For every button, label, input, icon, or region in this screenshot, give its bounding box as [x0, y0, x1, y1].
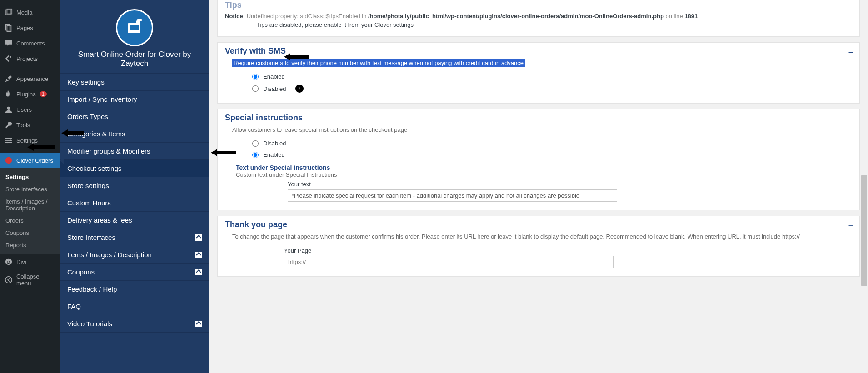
- external-link-icon: [195, 252, 202, 258]
- plugins-badge: 1: [40, 91, 47, 97]
- svg-point-18: [137, 19, 142, 21]
- pnav-delivery[interactable]: Delivery areas & fees: [60, 212, 209, 229]
- nav-divi-label: Divi: [16, 259, 26, 265]
- nav-appearance[interactable]: Appearance: [0, 71, 60, 86]
- info-icon[interactable]: i: [295, 85, 304, 93]
- thank-desc: To change the page that appears when the…: [225, 230, 852, 244]
- pnav-import[interactable]: Import / Sync inventory: [60, 91, 209, 108]
- thank-title: Thank you page: [225, 220, 852, 229]
- special-sub-desc: Custom text under Special Instructions: [225, 171, 852, 178]
- pnav-items-images[interactable]: Items / Images / Description: [60, 246, 209, 264]
- inner-scrollbar[interactable]: [860, 0, 868, 373]
- pnav-key-settings[interactable]: Key settings: [60, 74, 209, 91]
- arrow-annotation: [284, 53, 309, 61]
- external-link-icon: [195, 234, 202, 241]
- sub-store-interfaces[interactable]: Store Interfaces: [0, 183, 60, 195]
- arrow-annotation: [211, 149, 236, 157]
- collapse-icon: [5, 276, 13, 284]
- clover-submenu: Settings Store Interfaces Items / Images…: [0, 168, 60, 254]
- tools-icon: [5, 121, 13, 129]
- sms-enabled-row[interactable]: Enabled: [225, 71, 852, 82]
- pnav-modifiers[interactable]: Modifier groups & Modifiers: [60, 143, 209, 160]
- nav-projects[interactable]: Projects: [0, 51, 60, 66]
- svg-point-15: [5, 277, 12, 283]
- sub-items-images[interactable]: Items / Images / Description: [0, 195, 60, 214]
- sms-disabled-radio[interactable]: [252, 85, 259, 92]
- pnav-store-interfaces[interactable]: Store Interfaces: [60, 229, 209, 246]
- svg-marker-19: [61, 129, 84, 137]
- pnav-video[interactable]: Video Tutorials: [60, 315, 209, 333]
- plugin-sidebar: Smart Online Order for Clover by Zaytech…: [60, 0, 209, 373]
- nav-plugins[interactable]: Plugins1: [0, 86, 60, 102]
- special-desc: Allow customers to leave special instruc…: [225, 124, 852, 138]
- php-notice: Notice: Undefined property: stdClass::$t…: [225, 11, 852, 21]
- svg-marker-21: [211, 149, 236, 156]
- nav-media[interactable]: Media: [0, 5, 60, 20]
- nav-comments-label: Comments: [16, 40, 45, 47]
- special-enabled-radio[interactable]: [252, 152, 259, 158]
- nav-projects-label: Projects: [16, 55, 38, 62]
- nav-tools[interactable]: Tools: [0, 117, 60, 133]
- pages-icon: [5, 24, 13, 32]
- svg-marker-22: [284, 53, 309, 60]
- nav-users-label: Users: [16, 106, 32, 113]
- nav-divi[interactable]: DDivi: [0, 254, 60, 269]
- svg-point-11: [7, 142, 9, 144]
- special-disabled-radio[interactable]: [252, 140, 259, 147]
- svg-point-5: [7, 107, 10, 110]
- appearance-icon: [5, 75, 13, 83]
- nav-comments[interactable]: Comments: [0, 35, 60, 51]
- thank-page-input[interactable]: [284, 256, 614, 268]
- pnav-faq[interactable]: FAQ: [60, 298, 209, 315]
- special-disabled-row[interactable]: Disabled: [225, 138, 852, 149]
- nav-appearance-label: Appearance: [16, 75, 48, 82]
- thank-you-panel: Thank you page – To change the page that…: [217, 216, 860, 277]
- svg-marker-20: [27, 144, 55, 151]
- pnav-checkout[interactable]: Checkout settings: [60, 160, 209, 177]
- special-enabled-row[interactable]: Enabled: [225, 149, 852, 160]
- tips-panel: Tips Notice: Undefined property: stdClas…: [217, 0, 860, 37]
- nav-media-label: Media: [16, 9, 32, 16]
- svg-point-12: [5, 157, 12, 164]
- pnav-coupons[interactable]: Coupons: [60, 264, 209, 281]
- collapse-toggle[interactable]: –: [848, 114, 853, 124]
- arrow-annotation: [27, 143, 55, 151]
- arrow-annotation: [61, 129, 84, 137]
- nav-collapse[interactable]: Collapse menu: [0, 269, 60, 290]
- nav-clover-orders[interactable]: Clover Orders: [0, 153, 60, 168]
- divi-icon: D: [5, 258, 13, 266]
- pnav-store-settings[interactable]: Store settings: [60, 177, 209, 194]
- nav-plugins-label: Plugins: [16, 91, 36, 98]
- nav-users[interactable]: Users: [0, 102, 60, 117]
- verify-sms-panel: Verify with SMS – Require customers to v…: [217, 42, 860, 104]
- your-page-label: Your Page: [284, 247, 852, 254]
- plugins-icon: [5, 90, 13, 98]
- wp-admin-sidebar: Media Pages Comments Projects Appearance…: [0, 0, 60, 373]
- svg-point-4: [10, 56, 11, 58]
- pnav-orders-types[interactable]: Orders Types: [60, 108, 209, 125]
- sub-settings[interactable]: Settings: [0, 171, 60, 183]
- tips-body: Tips are disabled, please enable it from…: [225, 21, 852, 28]
- external-link-icon: [195, 269, 202, 275]
- pnav-feedback[interactable]: Feedback / Help: [60, 281, 209, 298]
- sub-coupons[interactable]: Coupons: [0, 227, 60, 239]
- sub-orders[interactable]: Orders: [0, 214, 60, 227]
- nav-collapse-label: Collapse menu: [16, 273, 55, 287]
- verify-sms-desc: Require customers to verify their phone …: [232, 59, 525, 67]
- special-text-input[interactable]: [288, 189, 617, 202]
- settings-icon: [5, 136, 13, 144]
- svg-text:D: D: [7, 260, 10, 264]
- sub-reports[interactable]: Reports: [0, 239, 60, 251]
- comments-icon: [5, 39, 13, 47]
- nav-pages[interactable]: Pages: [0, 20, 60, 35]
- collapse-toggle[interactable]: –: [848, 47, 853, 57]
- projects-icon: [5, 55, 13, 63]
- sms-enabled-radio[interactable]: [252, 74, 259, 80]
- collapse-toggle[interactable]: –: [848, 221, 853, 230]
- sms-disabled-row[interactable]: Disabledi: [225, 82, 852, 95]
- pnav-custom-hours[interactable]: Custom Hours: [60, 194, 209, 212]
- nav-pages-label: Pages: [16, 25, 33, 31]
- scroll-thumb[interactable]: [861, 175, 867, 286]
- nav-tools-label: Tools: [16, 122, 30, 129]
- verify-sms-title: Verify with SMS: [225, 46, 852, 56]
